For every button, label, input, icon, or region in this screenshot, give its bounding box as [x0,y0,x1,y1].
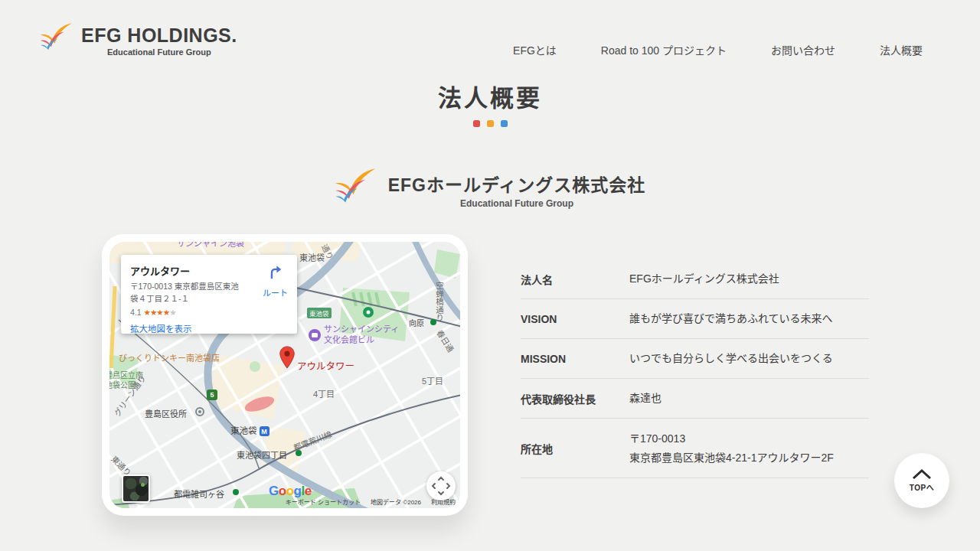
view-larger-map-link[interactable]: 拡大地図を表示 [130,322,288,334]
nav-item-contact[interactable]: お問い合わせ [771,42,835,57]
title-accent-dots [0,120,980,127]
company-name: EFGホールディングス株式会社 [388,171,646,197]
map-label-4chome: 4丁目 [313,387,335,399]
site-logo[interactable]: EFG HOLDINGS. Educational Future Group [40,23,237,57]
map-label-mukaihara: 向原 [409,317,424,328]
map-canvas[interactable]: サンシャイン池袋 東池袋 通り 空蝉橋通り 春日通 向原 東池袋 サンシャインシ… [109,242,460,508]
star-icons-filled: ★★★★ [144,308,170,317]
company-details-table: 法人名 EFGホールディングス株式会社 VISION 誰もが学び喜びで満ちあふれ… [521,259,869,478]
map-label-sunshine-city-hall: サンシャインシティ 文化会館ビル [324,324,399,346]
map-label-bikkuri-donkey: びっくりドンキー南池袋店 [119,351,220,364]
accent-dot-yellow [487,120,494,127]
map-card: サンシャイン池袋 東池袋 通り 空蝉橋通り 春日通 向原 東池袋 サンシャインシ… [102,234,468,516]
map-label-higashi-ikebukuro-metro: 東池袋M [230,424,270,436]
map-label-utsusemibashi-street: 空蝉橋通り [434,282,446,322]
building-poi-icon [309,329,321,341]
table-row: 所在地 〒170-0013 東京都豊島区東池袋4-21-1アウルタワー2F [521,419,869,478]
map-data-text: 地図データ ©2026 [371,497,421,506]
info-card-address: 〒170-0013 東京都豊島区東池袋４丁目２１-１ [130,281,247,305]
accent-dot-blue [501,120,508,127]
scroll-to-top-button[interactable]: TOPへ [894,453,949,508]
table-row: 法人名 EFGホールディングス株式会社 [521,259,869,299]
efg-bird-icon [335,168,377,211]
table-row: VISION 誰もが学び喜びで満ちあふれている未来へ [521,299,869,339]
route-label: ルート [263,286,288,298]
station-badge: 東池袋 [307,308,332,318]
efg-bird-icon [40,23,74,57]
nav-item-company-overview[interactable]: 法人概要 [880,42,923,57]
satellite-view-toggle[interactable] [122,474,150,503]
directions-button[interactable]: ルート [263,264,288,298]
tram-stop-icon [430,319,436,325]
company-name-subtitle: Educational Future Group [388,198,646,209]
top-button-label: TOPへ [910,481,934,493]
map-label-higashi-ikebukuro: 東池袋 [299,251,325,263]
map-marker-icon[interactable] [279,346,296,372]
map-label-toden-zoshigaya: 都電雑司ヶ谷 [174,487,224,500]
government-building-icon [195,407,204,416]
map-label-ward-office: 豊島区役所 [145,407,187,419]
keyboard-shortcuts-button[interactable]: キーボード ショートカット [286,497,361,506]
company-logo: EFGホールディングス株式会社 Educational Future Group [0,168,980,211]
nav-item-road-to-100[interactable]: Road to 100 プロジェクト [601,42,727,57]
map-label-sunshine-ikebukuro: サンシャイン池袋 [177,242,244,249]
map-label-5chome: 5丁目 [422,374,443,386]
table-row: 代表取締役社長 森達也 [521,379,869,419]
tram-stop-icon [233,489,239,495]
route-5-shield-icon: 5 [207,390,217,400]
page-title: 法人概要 [0,79,980,113]
star-icon-empty: ★ [169,308,175,317]
pan-control[interactable] [426,471,456,500]
map-info-card: アウルタワー 〒170-0013 東京都豊島区東池袋４丁目２１-１ 4.1 ★★… [121,255,297,334]
map-marker-label: アウルタワー [297,358,354,373]
site-logo-title: EFG HOLDINGS. [81,24,237,47]
directions-icon [267,264,284,281]
accent-dot-red [473,120,480,127]
info-card-rating: 4.1 ★★★★★ [130,308,288,317]
google-logo[interactable]: Google [269,484,312,499]
map-attribution: キーボード ショートカット 地図データ ©2026 利用規約 [286,497,456,506]
site-logo-subtitle: Educational Future Group [107,47,211,57]
table-row: MISSION いつでも自分らしく学べる出会いをつくる [521,339,869,379]
nav-item-about[interactable]: EFGとは [513,42,557,57]
metro-logo-icon: M [260,426,270,436]
main-nav: EFGとは Road to 100 プロジェクト お問い合わせ 法人概要 [513,42,923,57]
map-label-higashi-ikebukuro-4chome: 東池袋四丁目 [237,448,287,461]
chevron-up-icon [912,469,932,480]
pan-arrows-icon [431,476,451,496]
